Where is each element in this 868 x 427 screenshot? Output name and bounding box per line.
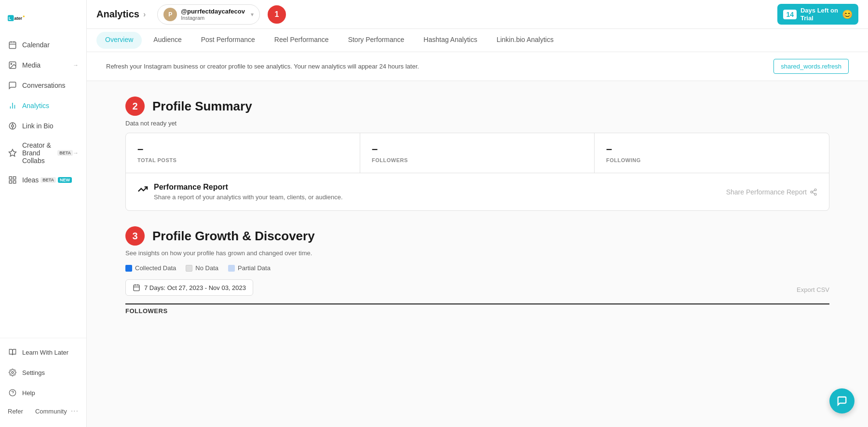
sidebar: L ater Calendar Media → Conversations [0,0,87,427]
stats-row: – TOTAL POSTS – FOLLOWERS – FOLLOWING [126,133,829,173]
total-posts-label: TOTAL POSTS [137,157,348,163]
ideas-new-badge: NEW [58,177,72,183]
followers-section-label: FOLLOWERS [125,303,829,315]
following-value: – [606,143,817,155]
export-row: 7 Days: Oct 27, 2023 - Nov 03, 2023 Expo… [125,279,829,300]
legend-no-data: No Data [186,264,218,272]
media-arrow: → [73,62,79,69]
performance-icon [137,184,148,197]
conversations-icon [8,81,17,90]
svg-rect-20 [9,181,12,183]
stat-following: – FOLLOWING [595,133,829,173]
share-icon [810,188,817,196]
account-name: @purrfectdaycafecov [181,8,245,15]
tab-audience[interactable]: Audience [146,29,189,52]
svg-point-3 [23,15,25,17]
logo[interactable]: L ater [0,5,86,35]
legend-partial: Partial Data [228,264,271,272]
fab-icon [837,396,847,406]
sidebar-item-creator-brand[interactable]: Creator & Brand Collabs BETA → [0,136,86,170]
svg-point-24 [814,189,816,191]
sidebar-item-conversations[interactable]: Conversations [0,75,86,96]
svg-line-28 [813,190,815,192]
share-report-button[interactable]: Share Performance Report [726,188,817,196]
tab-post-performance[interactable]: Post Performance [193,29,263,52]
legend-dot-partial [228,265,235,272]
tab-overview[interactable]: Overview [96,32,142,49]
followers-value: – [372,143,583,155]
svg-point-25 [811,191,813,193]
main-content-area: Refresh your Instagram business or creat… [87,52,868,427]
following-label: FOLLOWING [606,157,817,163]
refer-row[interactable]: Refer Community ··· [0,403,86,419]
sidebar-item-label: Media [22,61,41,69]
tab-hashtag-analytics[interactable]: Hashtag Analytics [416,29,485,52]
svg-point-26 [814,193,816,195]
trial-days: 14 [783,10,797,19]
sidebar-item-ideas[interactable]: Ideas BETA NEW [0,170,86,190]
sidebar-item-label: Help [22,389,35,397]
sidebar-item-link-in-bio[interactable]: Link in Bio [0,116,86,136]
ideas-beta-badge: BETA [41,177,56,183]
legend-collected: Collected Data [125,264,176,272]
tab-story-performance[interactable]: Story Performance [340,29,412,52]
header: Analytics › P @purrfectdaycafecov Instag… [87,0,868,29]
legend-dot-no-data [186,265,192,272]
perf-report-desc: Share a report of your analytics with yo… [154,193,343,201]
beta-badge: BETA [57,150,73,156]
date-range-selector[interactable]: 7 Days: Oct 27, 2023 - Nov 03, 2023 [125,279,253,296]
notification-number: 1 [274,10,279,19]
export-csv-button[interactable]: Export CSV [797,286,829,293]
sidebar-item-media[interactable]: Media → [0,55,86,75]
profile-summary-section: 2 Profile Summary Data not ready yet – T… [87,81,868,226]
perf-report-info: Performance Report Share a report of you… [154,183,343,201]
breadcrumb-sep: › [143,10,146,19]
trial-badge[interactable]: 14 Days Left onTrial 😊 [777,4,858,25]
creator-brand-icon [8,148,17,158]
refresh-banner: Refresh your Instagram business or creat… [87,52,868,81]
profile-growth-section: 3 Profile Growth & Discovery See insight… [87,226,868,330]
stat-followers: – FOLLOWERS [360,133,595,173]
profile-growth-subtitle: See insights on how your profile has gro… [125,249,829,257]
refresh-button[interactable]: shared_words.refresh [773,59,849,74]
sidebar-item-label: Creator & Brand Collabs [22,141,55,165]
community-label: Community [35,408,67,415]
section-number-2: 2 [125,96,145,116]
svg-point-14 [12,125,14,127]
svg-rect-17 [9,177,12,179]
perf-report-left: Performance Report Share a report of you… [137,183,343,201]
sidebar-item-calendar[interactable]: Calendar [0,35,86,55]
fab-button[interactable] [829,388,854,413]
refer-label: Refer [8,408,35,415]
svg-rect-29 [134,285,139,291]
main-content: Analytics › P @purrfectdaycafecov Instag… [87,0,868,427]
sidebar-item-learn[interactable]: Learn With Later [0,342,86,362]
sidebar-item-label: Analytics [22,102,49,110]
settings-icon [8,368,17,377]
data-not-ready-text: Data not ready yet [125,120,829,127]
sidebar-item-help[interactable]: Help [0,383,86,403]
sidebar-item-analytics[interactable]: Analytics [0,96,86,116]
creator-arrow: → [73,150,79,156]
calendar-icon [8,40,17,50]
svg-rect-19 [14,181,16,183]
notification-button[interactable]: 1 [268,5,286,24]
svg-rect-18 [14,177,16,179]
stat-total-posts: – TOTAL POSTS [126,133,360,173]
svg-rect-4 [9,42,16,49]
tab-reel-performance[interactable]: Reel Performance [267,29,337,52]
later-logo: L ater [8,12,25,25]
account-dropdown-icon: ▾ [251,11,254,18]
date-range-text: 7 Days: Oct 27, 2023 - Nov 03, 2023 [144,284,246,291]
account-platform: Instagram [181,15,245,21]
section-number-3: 3 [125,226,145,246]
refresh-text: Refresh your Instagram business or creat… [106,63,419,70]
refer-dots[interactable]: ··· [71,407,79,415]
sidebar-item-settings[interactable]: Settings [0,362,86,383]
tabs-bar: Overview Audience Post Performance Reel … [87,29,868,52]
account-selector[interactable]: P @purrfectdaycafecov Instagram ▾ [157,4,260,25]
help-icon [8,388,17,398]
tab-linkin-bio[interactable]: Linkin.bio Analytics [489,29,561,52]
followers-label: FOLLOWERS [372,157,583,163]
svg-text:ater: ater [14,16,23,21]
